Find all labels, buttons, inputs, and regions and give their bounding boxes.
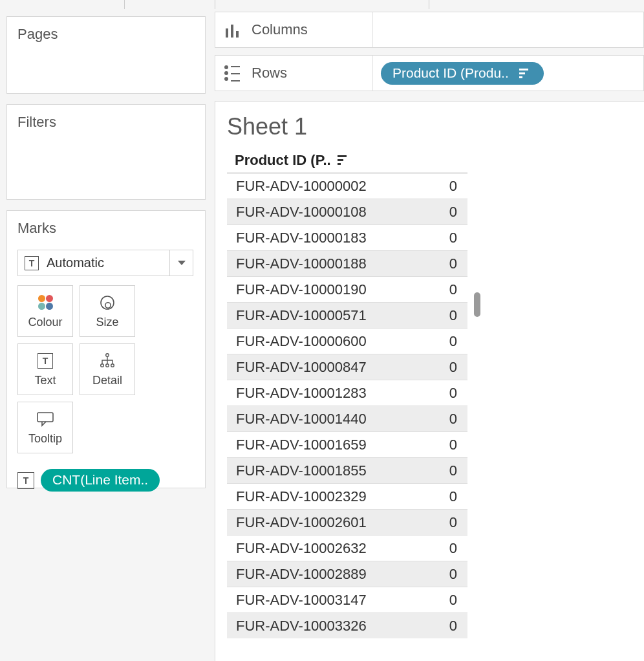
table-row[interactable]: FUR-ADV-100001830 xyxy=(227,224,467,250)
product-id-cell: FUR-ADV-10001283 xyxy=(236,385,367,402)
product-id-cell: FUR-ADV-10000183 xyxy=(236,230,367,246)
filters-title: Filters xyxy=(17,114,195,131)
svg-rect-10 xyxy=(338,155,347,157)
ribbon-separator xyxy=(124,0,125,9)
value-cell: 0 xyxy=(449,359,457,376)
marks-text-label: Text xyxy=(34,374,56,387)
marks-type-label: Automatic xyxy=(47,255,104,270)
marks-text-button[interactable]: T Text xyxy=(17,343,73,395)
value-cell: 0 xyxy=(449,540,457,557)
svg-rect-9 xyxy=(519,76,522,78)
table-row[interactable]: FUR-ADV-100026320 xyxy=(227,535,467,561)
product-id-cell: FUR-ADV-10003326 xyxy=(236,618,367,634)
product-id-cell: FUR-ADV-10002329 xyxy=(236,488,367,505)
table-row[interactable]: FUR-ADV-100018550 xyxy=(227,457,467,483)
top-ribbon-strip xyxy=(0,0,644,9)
svg-rect-6 xyxy=(38,413,53,422)
pages-title: Pages xyxy=(17,26,195,43)
chevron-down-icon xyxy=(178,261,186,265)
svg-point-4 xyxy=(106,363,109,367)
table-row[interactable]: FUR-ADV-100014400 xyxy=(227,406,467,431)
svg-point-2 xyxy=(106,353,109,356)
sheet-title[interactable]: Sheet 1 xyxy=(227,113,644,140)
marks-title: Marks xyxy=(17,220,195,237)
table-row[interactable]: FUR-ADV-100023290 xyxy=(227,483,467,509)
ribbon-separator xyxy=(429,0,429,9)
rows-pill-product-id[interactable]: Product ID (Produ.. xyxy=(381,62,544,85)
ribbon-separator xyxy=(215,0,215,9)
value-cell: 0 xyxy=(449,618,457,634)
product-id-cell: FUR-ADV-10000847 xyxy=(236,359,367,376)
table-row[interactable]: FUR-ADV-100006000 xyxy=(227,328,467,354)
tooltip-icon xyxy=(36,410,54,428)
svg-rect-11 xyxy=(338,159,343,161)
value-cell: 0 xyxy=(449,307,457,324)
table-row[interactable]: FUR-ADV-100028890 xyxy=(227,561,467,587)
table-row[interactable]: FUR-ADV-100005710 xyxy=(227,302,467,328)
product-id-cell: FUR-ADV-10001659 xyxy=(236,437,367,453)
filters-shelf[interactable]: Filters xyxy=(6,104,206,200)
marks-text-pill[interactable]: CNT(Line Item.. xyxy=(41,469,160,492)
table-row[interactable]: FUR-ADV-100008470 xyxy=(227,354,467,380)
marks-tooltip-label: Tooltip xyxy=(28,432,62,446)
value-cell: 0 xyxy=(449,255,457,272)
product-id-cell: FUR-ADV-10000108 xyxy=(236,204,367,221)
pages-shelf[interactable]: Pages xyxy=(6,16,206,94)
value-cell: 0 xyxy=(449,385,457,402)
table-row[interactable]: FUR-ADV-100016590 xyxy=(227,431,467,457)
table-row[interactable]: FUR-ADV-100001080 xyxy=(227,199,467,224)
svg-rect-8 xyxy=(519,72,525,74)
marks-detail-button[interactable]: Detail xyxy=(80,343,135,395)
marks-size-label: Size xyxy=(96,316,118,329)
marks-type-dropdown[interactable]: T Automatic xyxy=(17,250,193,276)
value-cell: 0 xyxy=(449,333,457,350)
colour-icon xyxy=(36,294,54,312)
text-mark-icon: T xyxy=(25,256,39,270)
view-column-header-text: Product ID (P.. xyxy=(235,152,331,169)
svg-point-1 xyxy=(105,302,111,307)
value-cell: 0 xyxy=(449,178,457,195)
product-id-cell: FUR-ADV-10002632 xyxy=(236,540,367,557)
vertical-scrollbar[interactable] xyxy=(474,292,480,661)
svg-point-5 xyxy=(111,363,114,367)
product-id-cell: FUR-ADV-10001440 xyxy=(236,411,367,428)
value-cell: 0 xyxy=(449,281,457,298)
marks-size-button[interactable]: Size xyxy=(80,285,135,337)
product-id-cell: FUR-ADV-10000002 xyxy=(236,178,367,195)
columns-icon xyxy=(224,22,242,38)
view-column-header[interactable]: Product ID (P.. xyxy=(235,152,644,169)
marks-colour-button[interactable]: Colour xyxy=(17,285,73,337)
table-row[interactable]: FUR-ADV-100000020 xyxy=(227,173,467,199)
marks-tooltip-button[interactable]: Tooltip xyxy=(17,402,73,453)
marks-colour-label: Colour xyxy=(28,316,62,329)
value-cell: 0 xyxy=(449,437,457,453)
sort-icon xyxy=(338,155,350,166)
table-row[interactable]: FUR-ADV-100001900 xyxy=(227,276,467,302)
product-id-cell: FUR-ADV-10000600 xyxy=(236,333,367,350)
table-row[interactable]: FUR-ADV-100033260 xyxy=(227,612,467,638)
value-cell: 0 xyxy=(449,462,457,479)
table-row[interactable]: FUR-ADV-100026010 xyxy=(227,509,467,535)
value-cell: 0 xyxy=(449,488,457,505)
scrollbar-thumb[interactable] xyxy=(474,292,480,317)
rows-icon xyxy=(224,65,242,81)
product-id-cell: FUR-ADV-10000190 xyxy=(236,281,367,298)
table-row[interactable]: FUR-ADV-100001880 xyxy=(227,250,467,276)
product-id-cell: FUR-ADV-10003147 xyxy=(236,592,367,609)
size-icon xyxy=(98,294,116,312)
table-row[interactable]: FUR-ADV-100031470 xyxy=(227,587,467,612)
marks-type-caret[interactable] xyxy=(169,250,193,276)
columns-label: Columns xyxy=(252,21,308,38)
worksheet-view[interactable]: Sheet 1 Product ID (P.. FUR-ADV-10000002… xyxy=(215,101,644,661)
value-cell: 0 xyxy=(449,566,457,583)
rows-shelf[interactable]: Rows Product ID (Produ.. xyxy=(215,55,644,91)
text-mark-indicator-icon: T xyxy=(17,472,34,489)
value-cell: 0 xyxy=(449,592,457,609)
value-cell: 0 xyxy=(449,514,457,531)
value-cell: 0 xyxy=(449,204,457,221)
svg-point-3 xyxy=(101,363,104,367)
rows-label: Rows xyxy=(252,65,287,81)
table-row[interactable]: FUR-ADV-100012830 xyxy=(227,380,467,406)
columns-shelf[interactable]: Columns xyxy=(215,12,644,48)
marks-detail-label: Detail xyxy=(92,374,122,387)
